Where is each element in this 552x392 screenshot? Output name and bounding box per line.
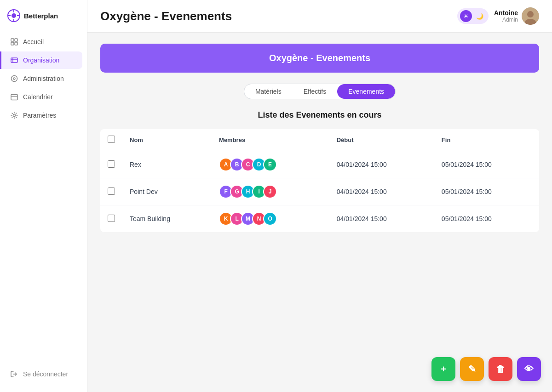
sidebar-item-parametres[interactable]: Paramètres (5, 107, 82, 124)
col-fin: Fin (434, 129, 539, 151)
sidebar-nav: Accueil Organisation Administration (0, 33, 87, 365)
col-nom: Nom (122, 129, 212, 151)
delete-button[interactable]: 🗑 (489, 357, 512, 381)
table-row: RexABCDE04/01/2024 15:0005/01/2024 15:00 (100, 151, 539, 178)
top-header: Oxygène - Evenements ☀ 🌙 Antoine Admin (87, 0, 552, 33)
administration-label: Administration (23, 75, 64, 82)
home-icon (10, 38, 18, 46)
header-right: ☀ 🌙 Antoine Admin (457, 7, 539, 25)
svg-point-13 (12, 76, 17, 82)
user-role: Admin (494, 17, 518, 23)
svg-point-22 (527, 11, 534, 17)
svg-rect-10 (11, 58, 17, 62)
col-membres: Membres (212, 129, 329, 151)
event-members: KLMNO (212, 205, 329, 233)
user-info: Antoine Admin (494, 7, 539, 25)
logout-icon (10, 370, 18, 378)
administration-icon (10, 74, 18, 83)
content-area: Oxygène - Evenements Matériels Effectifs… (87, 33, 552, 392)
accueil-label: Accueil (23, 38, 44, 45)
organisation-icon (10, 56, 18, 64)
event-name: Team Building (122, 205, 212, 233)
svg-point-19 (13, 114, 16, 117)
event-debut: 04/01/2024 15:00 (329, 178, 434, 205)
select-all-checkbox[interactable] (108, 136, 115, 143)
logout-label: Se déconnecter (23, 370, 68, 378)
event-fin: 05/01/2024 15:00 (434, 205, 539, 233)
main-content: Oxygène - Evenements ☀ 🌙 Antoine Admin (87, 0, 552, 392)
svg-point-14 (13, 78, 15, 80)
calendar-icon (10, 93, 18, 101)
settings-icon (10, 111, 18, 119)
tabs: Matériels Effectifs Evenements (244, 84, 396, 99)
event-name: Rex (122, 151, 212, 178)
events-table-wrapper: Nom Membres Début Fin RexABCDE04/01/2024… (100, 129, 539, 232)
organisation-label: Organisation (23, 57, 59, 64)
parametres-label: Paramètres (23, 112, 56, 119)
table-row: Point DevFGHIJ04/01/2024 15:0005/01/2024… (100, 178, 539, 205)
banner-title: Oxygène - Evenements (269, 53, 370, 63)
betterplan-logo-icon (7, 9, 20, 22)
row-checkbox-0[interactable] (108, 160, 115, 168)
tab-evenements[interactable]: Evenements (337, 84, 395, 99)
page-title: Oxygène - Evenements (100, 9, 232, 23)
svg-point-1 (12, 13, 16, 18)
member-avatar: J (263, 185, 277, 199)
sidebar: Betterplan Accueil (0, 0, 87, 392)
add-button[interactable]: + (431, 357, 455, 381)
sidebar-item-organisation[interactable]: Organisation (0, 51, 82, 69)
member-avatar: O (263, 212, 277, 226)
logo: Betterplan (0, 9, 87, 33)
content-banner: Oxygène - Evenements (100, 44, 539, 73)
svg-rect-9 (15, 42, 17, 45)
svg-rect-15 (11, 95, 17, 100)
svg-rect-8 (11, 42, 14, 45)
event-name: Point Dev (122, 178, 212, 205)
logo-text: Betterplan (24, 12, 58, 20)
user-name: Antoine (494, 9, 518, 17)
sidebar-bottom: Se déconnecter (0, 365, 87, 383)
row-checkbox-1[interactable] (108, 187, 115, 195)
tab-effectifs[interactable]: Effectifs (293, 84, 338, 99)
user-details: Antoine Admin (494, 9, 518, 23)
view-button[interactable]: 👁 (517, 357, 541, 381)
svg-rect-6 (11, 39, 14, 41)
section-title: Liste des Evenements en cours (100, 110, 539, 120)
tab-materiels[interactable]: Matériels (244, 84, 293, 99)
event-members: FGHIJ (212, 178, 329, 205)
dark-mode-button[interactable]: 🌙 (474, 10, 486, 22)
sidebar-item-accueil[interactable]: Accueil (5, 33, 82, 51)
calendrier-label: Calendrier (23, 93, 53, 101)
col-debut: Début (329, 129, 434, 151)
light-mode-button[interactable]: ☀ (460, 10, 472, 22)
fab-container: + ✎ 🗑 👁 (431, 357, 541, 381)
events-table: Nom Membres Début Fin RexABCDE04/01/2024… (100, 129, 539, 232)
tabs-container: Matériels Effectifs Evenements (100, 84, 539, 99)
table-row: Team BuildingKLMNO04/01/2024 15:0005/01/… (100, 205, 539, 233)
row-checkbox-2[interactable] (108, 215, 115, 222)
sidebar-item-calendrier[interactable]: Calendrier (5, 88, 82, 106)
event-debut: 04/01/2024 15:00 (329, 151, 434, 178)
member-avatar: E (263, 158, 277, 171)
svg-rect-7 (15, 39, 17, 41)
event-fin: 05/01/2024 15:00 (434, 178, 539, 205)
event-debut: 04/01/2024 15:00 (329, 205, 434, 233)
logout-button[interactable]: Se déconnecter (5, 365, 82, 383)
event-fin: 05/01/2024 15:00 (434, 151, 539, 178)
theme-toggle: ☀ 🌙 (457, 8, 489, 24)
event-members: ABCDE (212, 151, 329, 178)
sidebar-item-administration[interactable]: Administration (5, 70, 82, 87)
avatar (522, 7, 539, 25)
edit-button[interactable]: ✎ (460, 357, 484, 381)
